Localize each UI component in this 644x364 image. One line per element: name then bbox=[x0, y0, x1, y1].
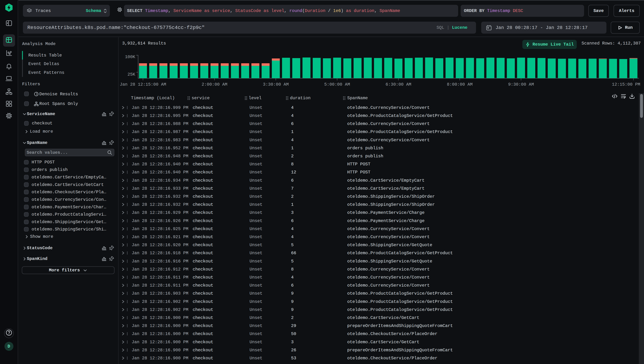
svg-text:25K: 25K bbox=[128, 72, 135, 77]
svg-text:12:15:00 PM: 12:15:00 PM bbox=[612, 82, 640, 87]
svg-text:3:30:00 AM: 3:30:00 AM bbox=[263, 82, 289, 87]
svg-text:100K: 100K bbox=[125, 54, 135, 59]
svg-text:2:00:00 AM: 2:00:00 AM bbox=[202, 82, 227, 87]
svg-text:9:30:00 AM: 9:30:00 AM bbox=[508, 82, 534, 87]
svg-text:Jan 28 12:15:00 AM: Jan 28 12:15:00 AM bbox=[120, 82, 166, 87]
svg-text:8:00:00 AM: 8:00:00 AM bbox=[447, 82, 473, 87]
svg-text:5:00:00 AM: 5:00:00 AM bbox=[324, 82, 350, 87]
svg-text:6:30:00 AM: 6:30:00 AM bbox=[385, 82, 411, 87]
